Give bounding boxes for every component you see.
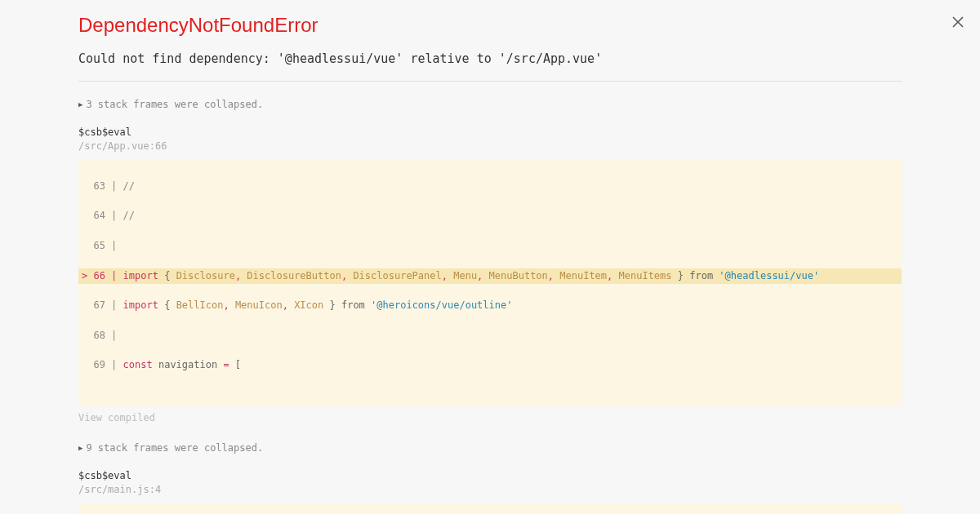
frame-name-2: $csb$eval [78,469,902,483]
divider [78,81,902,82]
arrow-right-icon: ▶ [78,100,82,110]
close-icon[interactable] [951,15,965,29]
stack-collapse-1[interactable]: ▶3 stack frames were collapsed. [78,98,902,112]
collapse-text: 9 stack frames were collapsed. [86,442,263,454]
code-block-2: 1 | // The Vue build version to load wit… [78,503,902,514]
collapse-text: 3 stack frames were collapsed. [86,99,263,110]
error-message: Could not find dependency: '@headlessui/… [78,51,902,68]
code-block-1: 63 | // 64 | // 65 | > 66 | import { Dis… [78,160,902,406]
frame-location-1: /src/App.vue:66 [78,140,902,153]
frame-name-1: $csb$eval [78,126,902,140]
frame-location-2: /src/main.js:4 [78,483,902,497]
stack-collapse-2[interactable]: ▶9 stack frames were collapsed. [78,441,902,455]
error-title: DependencyNotFoundError [78,11,902,39]
arrow-right-icon: ▶ [78,443,82,454]
view-compiled-1[interactable]: View compiled [78,411,902,425]
